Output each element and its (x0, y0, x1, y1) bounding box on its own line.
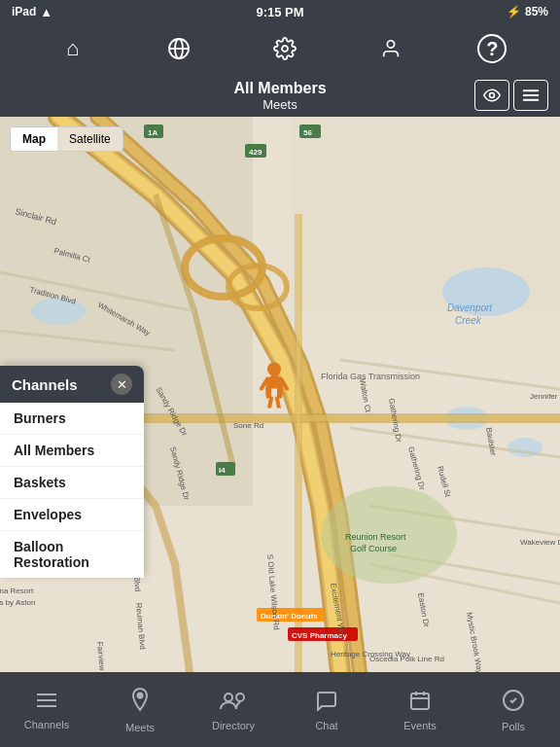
svg-text:Heritage Crossing Way: Heritage Crossing Way (331, 650, 410, 658)
svg-point-84 (236, 694, 244, 701)
tab-polls[interactable]: Polls (467, 689, 560, 732)
chat-tab-icon (315, 690, 338, 717)
gear-icon[interactable] (265, 29, 304, 68)
svg-text:ana Resort: ana Resort (0, 587, 34, 595)
directory-tab-icon (220, 690, 247, 717)
svg-text:1A: 1A (148, 128, 158, 137)
svg-text:Wakeview Dr: Wakeview Dr (520, 538, 560, 547)
tab-meets[interactable]: Meets (93, 688, 187, 733)
events-tab-label: Events (403, 720, 437, 731)
svg-text:429: 429 (249, 148, 262, 157)
svg-point-83 (225, 694, 232, 701)
events-tab-icon (409, 690, 431, 717)
header-buttons (474, 80, 548, 111)
wifi-icon: ▲ (40, 5, 52, 19)
svg-point-12 (31, 298, 86, 325)
svg-text:ds by Aston: ds by Aston (0, 598, 35, 607)
tab-channels[interactable]: Channels (0, 691, 93, 730)
meets-tab-icon (129, 688, 151, 719)
tab-directory[interactable]: Directory (187, 690, 280, 731)
channels-title: Channels (12, 376, 78, 393)
meets-tab-label: Meets (125, 722, 155, 733)
close-icon: ✕ (117, 377, 127, 392)
nav-bar: ⌂ ? (0, 23, 560, 74)
svg-text:Golf Course: Golf Course (350, 544, 397, 553)
channel-item-burners[interactable]: Burners (0, 403, 144, 435)
svg-text:Dunkin' Donuts: Dunkin' Donuts (261, 612, 318, 621)
channels-panel: Channels ✕ Burners All Members Baskets E… (0, 366, 144, 578)
map-toggle: Map Satellite (10, 126, 123, 152)
status-left: iPad ▲ (12, 5, 52, 19)
bluetooth-icon: ⚡ (507, 5, 521, 18)
svg-text:Sone Rd: Sone Rd (233, 421, 263, 430)
tab-chat[interactable]: Chat (280, 690, 373, 731)
channels-tab-label: Channels (24, 719, 69, 730)
person-icon[interactable] (371, 29, 410, 68)
svg-text:56: 56 (303, 128, 312, 137)
channels-header: Channels ✕ (0, 366, 144, 403)
tab-bar: Channels Meets Directory Chat (0, 673, 560, 747)
svg-point-5 (490, 93, 495, 98)
channel-item-baskets[interactable]: Baskets (0, 467, 144, 499)
battery-label: 85% (525, 5, 548, 18)
svg-text:Reunion Resort: Reunion Resort (345, 532, 406, 542)
eye-button[interactable] (474, 80, 509, 111)
map-button[interactable]: Map (11, 127, 57, 151)
channel-item-envelopes[interactable]: Envelopes (0, 499, 144, 531)
status-time: 9:15 PM (256, 5, 303, 19)
svg-text:I4: I4 (219, 466, 226, 475)
satellite-button[interactable]: Satellite (57, 127, 122, 151)
menu-button[interactable] (513, 80, 548, 111)
svg-text:Creek: Creek (455, 315, 482, 326)
header-title: All Members Meets (233, 79, 326, 113)
directory-tab-label: Directory (212, 720, 255, 731)
main-title: All Members (233, 79, 326, 97)
svg-text:Davenport: Davenport (447, 302, 493, 313)
channel-item-all-members[interactable]: All Members (0, 435, 144, 467)
status-bar: iPad ▲ 9:15 PM ⚡ 85% (0, 0, 560, 23)
channels-tab-icon (35, 691, 58, 716)
close-channels-button[interactable]: ✕ (111, 374, 132, 395)
svg-text:Jennifer L: Jennifer L (530, 392, 560, 401)
person-marker (260, 362, 289, 417)
polls-tab-label: Polls (502, 721, 525, 732)
header: All Members Meets (0, 74, 560, 117)
question-icon[interactable]: ? (477, 34, 507, 63)
svg-point-82 (138, 693, 143, 697)
svg-text:Florida Gas Transmission: Florida Gas Transmission (321, 372, 420, 381)
tab-events[interactable]: Events (373, 690, 467, 731)
sub-title: Meets (233, 97, 326, 113)
channel-item-balloon-restoration[interactable]: Balloon Restoration (0, 531, 144, 578)
map-container[interactable]: Florida Gas Transmission Davenport Creek… (0, 117, 560, 672)
ipad-label: iPad (12, 5, 36, 18)
svg-point-78 (267, 363, 281, 376)
svg-point-4 (387, 41, 394, 48)
polls-tab-icon (502, 689, 525, 718)
status-right: ⚡ 85% (507, 5, 548, 18)
svg-rect-85 (411, 694, 429, 709)
chat-tab-label: Chat (315, 720, 337, 731)
globe-icon[interactable] (159, 29, 198, 68)
home-icon[interactable]: ⌂ (53, 29, 92, 68)
svg-point-3 (282, 46, 288, 52)
